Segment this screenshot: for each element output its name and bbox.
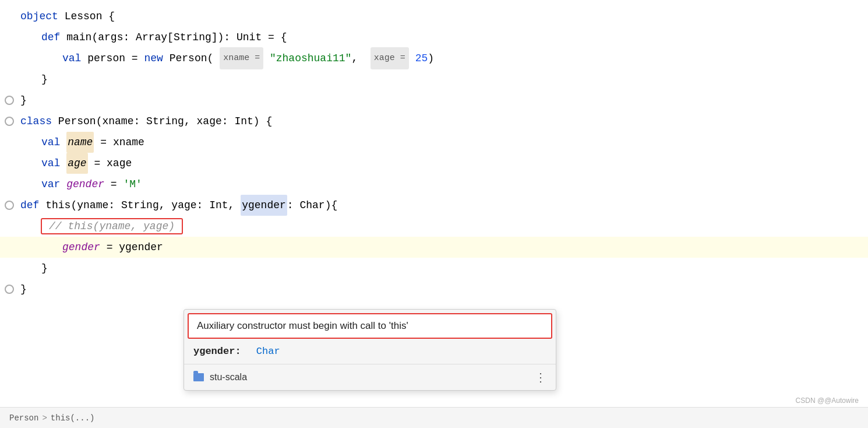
folder-icon xyxy=(193,373,204,381)
colon-7: : xyxy=(287,195,294,216)
comma-1: , xyxy=(351,48,358,69)
colon-6: : xyxy=(197,195,203,216)
identifier-person: person xyxy=(87,48,125,69)
colon-5: : xyxy=(108,195,115,216)
comma-4: , xyxy=(228,195,235,216)
bracket-open: [ xyxy=(167,27,174,48)
hint-xname: xname = xyxy=(220,47,263,69)
equals-6: = xyxy=(107,237,113,258)
keyword-var: var xyxy=(41,174,60,195)
value-m: 'M' xyxy=(123,174,142,195)
code-line-8: val age = xage xyxy=(0,153,868,174)
colon-2: : xyxy=(224,27,230,48)
identifier-lesson: Lesson xyxy=(65,6,103,27)
param-xage: xage xyxy=(197,111,222,132)
ref-xname: xname xyxy=(113,132,144,153)
identifier-age: age xyxy=(66,153,87,174)
param-yname: yname xyxy=(77,195,108,216)
error-popup: Auxiliary constructor must begin with ca… xyxy=(184,309,556,391)
keyword-val-3: val xyxy=(41,153,60,174)
identifier-main: main xyxy=(66,27,91,48)
type-int-1: Int xyxy=(234,111,253,132)
code-line-12: gender = ygender xyxy=(0,237,868,258)
type-string-1: String xyxy=(174,27,211,48)
paren-close-2: ) xyxy=(428,48,434,69)
keyword-val-1: val xyxy=(62,48,81,69)
popup-param-label: ygender: xyxy=(193,346,241,357)
gutter-icon-3 xyxy=(5,201,14,210)
comma-3: , xyxy=(159,195,165,216)
breadcrumb-class: Person xyxy=(9,413,38,423)
type-int-2: Int xyxy=(209,195,228,216)
code-line-14: } xyxy=(0,279,868,300)
ref-ygender: ygender xyxy=(119,237,163,258)
brace-close-2: } xyxy=(20,90,27,111)
identifier-gender-1: gender xyxy=(66,174,104,195)
keyword-new: new xyxy=(144,48,163,69)
keyword-object: object xyxy=(20,6,58,27)
project-name: stu-scala xyxy=(210,372,247,383)
keyword-this-1: this xyxy=(45,195,70,216)
string-value: "zhaoshuai11" xyxy=(270,48,351,69)
code-editor: object Lesson { def main(args: Array[Str… xyxy=(0,0,868,428)
identifier-name: name xyxy=(66,132,94,153)
brace-open-3: { xyxy=(266,111,272,132)
breadcrumb: Person > this(...) xyxy=(9,413,94,423)
keyword-def-main: def xyxy=(41,27,60,48)
code-line-9: var gender = 'M' xyxy=(0,174,868,195)
code-line-11: // this(yname, yage) xyxy=(0,216,868,237)
code-line-4: } xyxy=(0,69,868,90)
hint-xage: xage = xyxy=(371,47,409,69)
type-string-3: String xyxy=(121,195,159,216)
identifier-gender-2: gender xyxy=(62,237,100,258)
code-line-5: } xyxy=(0,90,868,111)
error-text: Auxiliary constructor must begin with ca… xyxy=(197,320,408,331)
type-array: Array xyxy=(136,27,167,48)
code-line-13: } xyxy=(0,258,868,279)
commented-this-call: // this(yname, yage) xyxy=(41,218,183,234)
paren-open-4: ( xyxy=(70,195,77,216)
paren-close-4: ) xyxy=(325,195,331,216)
gutter-icon-1 xyxy=(5,96,14,105)
gutter-icon-4 xyxy=(5,285,14,294)
breadcrumb-method: this(...) xyxy=(51,413,95,423)
type-unit: Unit xyxy=(237,27,262,48)
paren-open-2: ( xyxy=(207,48,214,69)
equals-1: = xyxy=(268,27,274,48)
paren-open: ( xyxy=(91,27,98,48)
equals-4: = xyxy=(94,153,100,174)
brace-close-1: } xyxy=(41,69,48,90)
paren-close-3: ) xyxy=(253,111,260,132)
brace-open-4: { xyxy=(331,195,337,216)
brace-close-4: } xyxy=(20,279,27,300)
paren-close: ) xyxy=(218,27,224,48)
popup-param-row: ygender: Char xyxy=(184,339,556,364)
code-line-7: val name = xname xyxy=(0,132,868,153)
param-yage: yage xyxy=(171,195,196,216)
bracket-close: ] xyxy=(211,27,218,48)
param-xname: xname xyxy=(102,111,133,132)
code-line-6: class Person(xname: String, xage: Int) { xyxy=(0,111,868,132)
param-args: args xyxy=(98,27,123,48)
param-ygender: ygender xyxy=(241,195,287,216)
brace-close-3: } xyxy=(41,258,48,279)
colon-3: : xyxy=(133,111,140,132)
colon-1: : xyxy=(123,27,129,48)
brace-open-2: { xyxy=(281,27,287,48)
brace-open: { xyxy=(108,6,115,27)
type-char-1: Char xyxy=(299,195,324,216)
code-line-2: def main(args: Array[String]): Unit = { xyxy=(0,27,868,48)
keyword-val-2: val xyxy=(41,132,60,153)
class-person-1: Person xyxy=(170,48,207,69)
gutter-icon-2 xyxy=(5,117,14,126)
popup-more-dots[interactable]: ⋮ xyxy=(535,370,546,384)
breadcrumb-chevron: > xyxy=(42,413,47,423)
equals-2: = xyxy=(132,48,138,69)
class-person-2: Person xyxy=(58,111,96,132)
popup-param-type: Char xyxy=(256,346,280,357)
popup-footer: stu-scala ⋮ xyxy=(184,364,556,390)
ref-xage: xage xyxy=(107,153,132,174)
type-string-2: String xyxy=(146,111,184,132)
colon-4: : xyxy=(222,111,228,132)
keyword-class: class xyxy=(20,111,52,132)
